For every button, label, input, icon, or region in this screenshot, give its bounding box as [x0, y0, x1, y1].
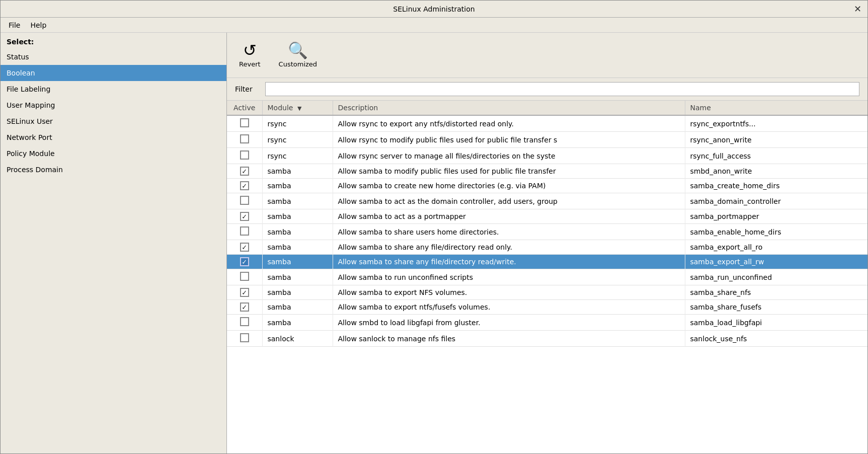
table-row[interactable]: sambaAllow samba to run unconfined scrip…: [227, 269, 867, 285]
boolean-table: Active Module ▼ Description Name rsyncAl…: [227, 101, 867, 347]
sidebar-item-policy-module[interactable]: Policy Module: [1, 145, 226, 162]
checkbox[interactable]: [240, 212, 249, 221]
filter-bar: Filter: [227, 78, 867, 101]
menu-file[interactable]: File: [4, 19, 25, 31]
cell-active[interactable]: [227, 315, 262, 331]
table-row[interactable]: sambaAllow samba to create new home dire…: [227, 179, 867, 193]
cell-description: Allow samba to create new home directori…: [333, 179, 685, 193]
table-row[interactable]: rsyncAllow rsync server to manage all fi…: [227, 148, 867, 164]
cell-module: sanlock: [262, 331, 333, 347]
col-header-name[interactable]: Name: [685, 101, 867, 115]
filter-input[interactable]: [265, 82, 859, 96]
cell-module: rsync: [262, 132, 333, 148]
cell-description: Allow samba to modify public files used …: [333, 164, 685, 179]
customized-label: Customized: [279, 60, 318, 68]
table-row[interactable]: rsyncAllow rsync to modify public files …: [227, 132, 867, 148]
checkbox[interactable]: [240, 257, 249, 266]
sidebar-item-status[interactable]: Status: [1, 49, 226, 65]
cell-name: samba_export_all_rw: [685, 255, 867, 269]
cell-name: samba_export_all_ro: [685, 240, 867, 255]
cell-module: samba: [262, 193, 333, 209]
close-button[interactable]: ✕: [854, 5, 861, 14]
cell-active[interactable]: [227, 209, 262, 224]
checkbox[interactable]: [240, 134, 249, 143]
cell-active[interactable]: [227, 331, 262, 347]
cell-active[interactable]: [227, 300, 262, 315]
cell-description: Allow samba to share any file/directory …: [333, 240, 685, 255]
checkbox[interactable]: [240, 196, 249, 205]
toolbar: ↺ Revert 🔍 Customized: [227, 33, 867, 78]
checkbox[interactable]: [240, 226, 249, 236]
cell-active[interactable]: [227, 164, 262, 179]
checkbox[interactable]: [240, 272, 249, 281]
table-row[interactable]: sanlockAllow sanlock to manage nfs files…: [227, 331, 867, 347]
checkbox[interactable]: [240, 243, 249, 252]
cell-active[interactable]: [227, 224, 262, 240]
cell-description: Allow smbd to load libgfapi from gluster…: [333, 315, 685, 331]
cell-module: samba: [262, 300, 333, 315]
col-header-module[interactable]: Module ▼: [262, 101, 333, 115]
checkbox[interactable]: [240, 288, 249, 297]
cell-active[interactable]: [227, 193, 262, 209]
customized-button[interactable]: 🔍 Customized: [275, 40, 322, 70]
table-row[interactable]: sambaAllow samba to share any file/direc…: [227, 240, 867, 255]
checkbox[interactable]: [240, 167, 249, 176]
cell-active[interactable]: [227, 269, 262, 285]
table-row[interactable]: sambaAllow samba to modify public files …: [227, 164, 867, 179]
checkbox[interactable]: [240, 302, 249, 312]
cell-name: smbd_anon_write: [685, 164, 867, 179]
sidebar-item-process-domain[interactable]: Process Domain: [1, 162, 226, 178]
cell-active[interactable]: [227, 148, 262, 164]
menubar: File Help: [1, 18, 867, 33]
table-row[interactable]: sambaAllow samba to act as a portmappers…: [227, 209, 867, 224]
cell-active[interactable]: [227, 115, 262, 132]
cell-active[interactable]: [227, 255, 262, 269]
cell-name: samba_run_unconfined: [685, 269, 867, 285]
cell-name: rsync_anon_write: [685, 132, 867, 148]
cell-module: samba: [262, 224, 333, 240]
checkbox[interactable]: [240, 317, 249, 326]
table-row[interactable]: sambaAllow smbd to load libgfapi from gl…: [227, 315, 867, 331]
cell-module: rsync: [262, 115, 333, 132]
titlebar: SELinux Administration ✕: [1, 1, 867, 18]
cell-description: Allow samba to export ntfs/fusefs volume…: [333, 300, 685, 315]
cell-description: Allow samba to export NFS volumes.: [333, 285, 685, 300]
main-content: Select: Status Boolean File Labeling Use…: [1, 33, 867, 453]
table-row[interactable]: sambaAllow samba to share any file/direc…: [227, 255, 867, 269]
checkbox[interactable]: [240, 181, 249, 190]
table-row[interactable]: sambaAllow samba to act as the domain co…: [227, 193, 867, 209]
revert-button[interactable]: ↺ Revert: [235, 40, 265, 70]
cell-module: samba: [262, 285, 333, 300]
table-row[interactable]: rsyncAllow rsync to export any ntfs/dist…: [227, 115, 867, 132]
cell-module: rsync: [262, 148, 333, 164]
cell-description: Allow rsync server to manage all files/d…: [333, 148, 685, 164]
checkbox[interactable]: [240, 333, 249, 342]
sidebar-item-user-mapping[interactable]: User Mapping: [1, 97, 226, 113]
cell-active[interactable]: [227, 285, 262, 300]
cell-module: samba: [262, 240, 333, 255]
table-row[interactable]: sambaAllow samba to share users home dir…: [227, 224, 867, 240]
sidebar-item-network-port[interactable]: Network Port: [1, 129, 226, 145]
cell-name: samba_domain_controller: [685, 193, 867, 209]
checkbox[interactable]: [240, 150, 249, 160]
cell-module: samba: [262, 164, 333, 179]
table-row[interactable]: sambaAllow samba to export NFS volumes.s…: [227, 285, 867, 300]
checkbox[interactable]: [240, 118, 249, 127]
module-sort-icon: ▼: [297, 105, 301, 112]
col-header-active[interactable]: Active: [227, 101, 262, 115]
sidebar-item-file-labeling[interactable]: File Labeling: [1, 81, 226, 97]
menu-help[interactable]: Help: [25, 19, 51, 31]
cell-active[interactable]: [227, 179, 262, 193]
sidebar-item-selinux-user[interactable]: SELinux User: [1, 113, 226, 129]
table-row[interactable]: sambaAllow samba to export ntfs/fusefs v…: [227, 300, 867, 315]
cell-description: Allow samba to act as the domain control…: [333, 193, 685, 209]
cell-name: samba_portmapper: [685, 209, 867, 224]
cell-active[interactable]: [227, 240, 262, 255]
cell-module: samba: [262, 255, 333, 269]
filter-label: Filter: [235, 85, 260, 93]
col-header-description[interactable]: Description: [333, 101, 685, 115]
cell-active[interactable]: [227, 132, 262, 148]
window-title: SELinux Administration: [393, 5, 475, 13]
sidebar-item-boolean[interactable]: Boolean: [1, 65, 226, 81]
cell-name: samba_load_libgfapi: [685, 315, 867, 331]
